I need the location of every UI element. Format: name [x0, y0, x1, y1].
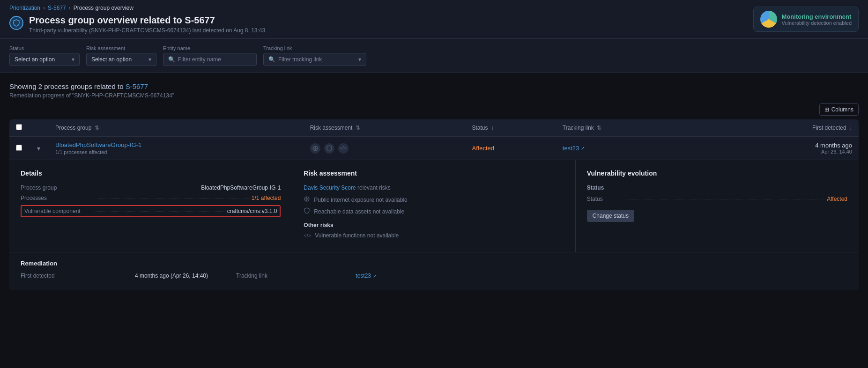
page-title-section: Process group overview related to S-5677…: [9, 15, 265, 34]
entity-filter-group: Entity name 🔍 Filter entity name: [163, 45, 257, 66]
process-group-name: BloatedPhpSoftwareGroup-IG-1 1/1 process…: [55, 141, 297, 155]
table-row: ▾ BloatedPhpSoftwareGroup-IG-1 1/1 proce…: [9, 137, 859, 160]
expanded-content-inner: Details Process group BloatedPhpSoftware…: [9, 160, 859, 290]
shield-icon: [9, 16, 23, 30]
page-title: Process group overview related to S-5677: [29, 15, 265, 26]
risk-filter-select[interactable]: Select an option ▾: [86, 53, 156, 66]
risk-icon-code: </>: [338, 143, 349, 154]
row-expand-button[interactable]: ▾: [35, 144, 42, 153]
row-checkbox-cell: [9, 137, 29, 160]
th-first-detected: First detected ↓: [723, 119, 859, 137]
detail-process-group-row: Process group BloatedPhpSoftwareGroup-IG…: [21, 184, 281, 191]
risk-public-icon: [304, 196, 310, 204]
breadcrumb: Prioritization › S-5677 › Process group …: [9, 5, 265, 11]
breadcrumb-sep-2: ›: [69, 5, 71, 11]
process-group-sub: 1/1 processes affected: [55, 149, 297, 155]
remediation-tl-dots: [314, 276, 353, 276]
row-expand-cell: ▾: [29, 137, 49, 160]
remediation-fd-key: First detected: [21, 272, 96, 279]
tracking-filter-placeholder: Filter tracking link: [278, 56, 322, 63]
tracking-link-anchor[interactable]: test23 ↗: [563, 145, 683, 152]
table-section: ⊞ Columns Process group ⇅ Risk assessmen…: [0, 103, 868, 290]
table-header-row: Process group ⇅ Risk assessment ⇅ Status…: [9, 119, 859, 137]
risk-icons: </>: [310, 143, 459, 154]
th-expand: [29, 119, 49, 137]
process-group-link[interactable]: BloatedPhpSoftwareGroup-IG-1: [55, 141, 141, 148]
details-title: Details: [21, 169, 281, 177]
th-status: Status ↓: [466, 119, 556, 137]
status-filter-select[interactable]: Select an option ▾: [9, 53, 80, 66]
row-process-group-cell: BloatedPhpSoftwareGroup-IG-1 1/1 process…: [49, 137, 304, 160]
header-left: Prioritization › S-5677 › Process group …: [9, 5, 265, 34]
change-status-button[interactable]: Change status: [587, 210, 634, 222]
public-internet-text: Public internet exposure not available: [314, 197, 407, 203]
row-first-detected-cell: 4 months ago Apr 26, 14:40: [723, 137, 859, 160]
tracking-filter-input[interactable]: 🔍 Filter tracking link ▾: [263, 53, 366, 66]
vuln-component-row: Vulnerable component craftcms/cms:v3.1.0: [21, 205, 281, 217]
entity-filter-input[interactable]: 🔍 Filter entity name: [163, 53, 257, 66]
entity-search-icon: 🔍: [168, 56, 175, 63]
risk-public-internet: Public internet exposure not available: [304, 196, 564, 204]
tracking-filter-arrow: ▾: [358, 56, 361, 63]
panels-row: Details Process group BloatedPhpSoftware…: [9, 160, 859, 252]
risk-filter-label: Risk assessment: [86, 45, 156, 51]
external-link-icon: ↗: [581, 146, 585, 151]
remediation-tracking-link[interactable]: test23 ↗: [356, 272, 377, 279]
remediation-title: Remediation: [21, 260, 847, 267]
vuln-evo-status-row: Status Affected: [587, 196, 847, 202]
remediation-section: Remediation First detected 4 months ago …: [9, 252, 859, 290]
vuln-evo-key: Status: [587, 196, 624, 202]
risk-reachable-data: Reachable data assets not available: [304, 207, 564, 215]
vuln-comp-key: Vulnerable component: [24, 208, 90, 214]
tracking-link: test23 ↗: [563, 145, 683, 152]
summary-showing: Showing 2 process groups related to S-56…: [9, 82, 859, 90]
row-tracking-cell: test23 ↗: [556, 137, 690, 160]
detail-proc-val: 1/1 affected: [252, 195, 281, 201]
columns-button[interactable]: ⊞ Columns: [819, 103, 859, 116]
summary-remediation: Remediation progress of "SNYK-PHP-CRAFTC…: [9, 92, 859, 99]
detail-pg-dots: [98, 188, 198, 188]
expanded-row: Details Process group BloatedPhpSoftware…: [9, 160, 859, 291]
columns-icon: ⊞: [824, 106, 829, 113]
detail-pg-val: BloatedPhpSoftwareGroup-IG-1: [201, 184, 281, 191]
risk-filter-group: Risk assessment Select an option ▾: [86, 45, 156, 66]
remediation-external-icon: ↗: [373, 273, 377, 279]
first-detected: 4 months ago Apr 26, 14:40: [729, 142, 852, 155]
tracking-filter-label: Tracking link: [263, 45, 366, 51]
detail-proc-dots: [98, 198, 249, 199]
vuln-evolution-panel: Vulnerability evolution Status Status Af…: [576, 160, 859, 252]
remediation-fd-val: 4 months ago (Apr 26, 14:40): [135, 272, 208, 279]
other-risks-label: Other risks: [304, 222, 564, 228]
detail-pg-key: Process group: [21, 184, 96, 191]
summary-link[interactable]: S-5677: [126, 82, 148, 90]
detail-proc-key: Processes: [21, 195, 96, 201]
status-filter-value: Select an option: [15, 56, 55, 63]
breadcrumb-prioritization[interactable]: Prioritization: [9, 5, 40, 11]
davis-score-link[interactable]: Davis Security Score: [304, 184, 356, 191]
breadcrumb-s5677[interactable]: S-5677: [48, 5, 66, 11]
remediation-first-detected-row: First detected 4 months ago (Apr 26, 14:…: [21, 272, 208, 279]
status-value: Affected: [472, 145, 494, 152]
detail-processes-row: Processes 1/1 affected: [21, 195, 281, 201]
risk-filter-value: Select an option: [91, 56, 132, 63]
remediation-tl-key: Tracking link: [236, 272, 311, 279]
remediation-fd-dots: [98, 276, 132, 276]
vuln-comp-dots: [93, 211, 224, 212]
breadcrumb-current: Process group overview: [74, 5, 134, 11]
row-checkbox[interactable]: [16, 145, 22, 151]
davis-score-suffix: relevant risks: [357, 184, 391, 191]
vuln-evo-dots: [627, 199, 824, 199]
select-all-checkbox[interactable]: [16, 124, 22, 130]
entity-filter-label: Entity name: [163, 45, 257, 51]
reachable-data-text: Reachable data assets not available: [314, 208, 404, 215]
first-detected-relative: 4 months ago: [729, 142, 852, 149]
monitoring-text: Monitoring environment Vulnerability det…: [782, 13, 852, 26]
th-checkbox: [9, 119, 29, 137]
tracking-filter-group: Tracking link 🔍 Filter tracking link ▾: [263, 45, 366, 66]
monitoring-icon: [760, 11, 777, 28]
summary-section: Showing 2 process groups related to S-56…: [0, 73, 868, 103]
risk-assessment-title: Risk assessment: [304, 169, 564, 177]
monitoring-badge: Monitoring environment Vulnerability det…: [753, 7, 859, 32]
details-panel: Details Process group BloatedPhpSoftware…: [9, 160, 292, 252]
tracking-search-icon: 🔍: [268, 56, 275, 63]
